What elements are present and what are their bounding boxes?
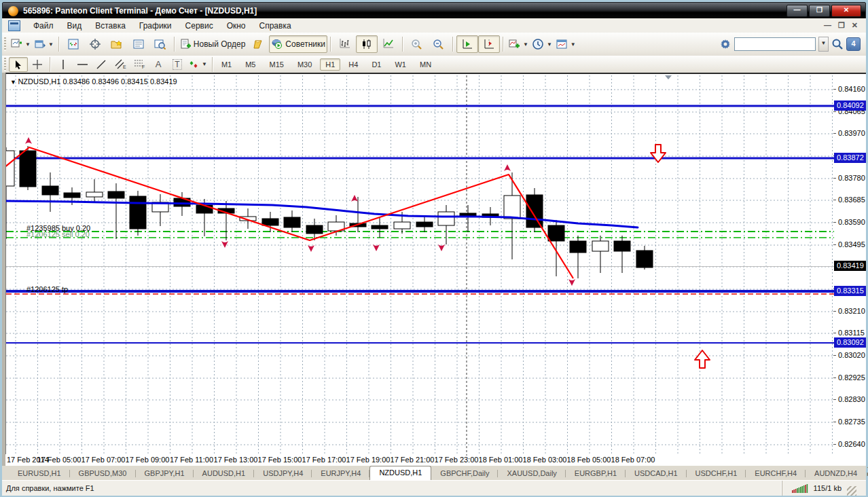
window-controls: — ❐ ✕ [786, 5, 865, 17]
menu-Файл[interactable]: Файл [26, 20, 60, 32]
chart-shift-button[interactable] [478, 35, 500, 53]
templates-button[interactable]: ▼ [554, 35, 578, 53]
timeframe-M5[interactable]: M5 [240, 58, 261, 71]
tab-GBPUSD,M30[interactable]: GBPUSD,M30 [70, 467, 136, 480]
timeframe-MN[interactable]: MN [414, 58, 437, 71]
line-chart-button[interactable] [378, 35, 399, 53]
time-label: 17 Feb 17:00 [302, 456, 346, 464]
zoom-in-button[interactable] [406, 35, 428, 53]
tab-XAUUSD,Daily[interactable]: XAUUSD,Daily [498, 467, 565, 480]
tab-EURGBP,H1[interactable]: EURGBP,H1 [566, 467, 626, 480]
dropdown-arrow-icon: ▼ [25, 41, 31, 48]
new-order-label: Новый Ордер [194, 39, 245, 49]
toolbar-separator [174, 37, 175, 52]
community-badge[interactable]: 4 [846, 37, 861, 51]
zoom-out-button[interactable] [428, 35, 450, 53]
dropdown-arrow-icon: ▼ [48, 41, 54, 48]
title-bar[interactable]: 565896: Panteon Client Terminal - Демо С… [2, 2, 866, 20]
horizontal-line-tool-button[interactable] [73, 57, 92, 72]
data-window-button[interactable] [84, 35, 106, 53]
expert-advisors-button[interactable]: Советники [269, 35, 327, 53]
mdi-close-button[interactable]: ✕ [852, 21, 858, 30]
menu-Окно[interactable]: Окно [220, 20, 253, 32]
chart-collapse-icon[interactable]: ▼ [10, 79, 18, 86]
menu-Справка[interactable]: Справка [253, 20, 298, 32]
text-tool-button[interactable]: A [149, 57, 168, 72]
tab-USDCHF,H1[interactable]: USDCHF,H1 [687, 467, 746, 480]
time-axis[interactable]: 17 Feb 201417 Feb 05:0017 Feb 07:0017 Fe… [5, 454, 833, 466]
vertical-line-tool-button[interactable] [54, 57, 73, 72]
tab-USDCAD,H1[interactable]: USDCAD,H1 [626, 467, 687, 480]
tab-EURUSD,H1[interactable]: EURUSD,H1 [9, 467, 70, 480]
tab-GBPCHF,Daily[interactable]: GBPCHF,Daily [431, 467, 498, 480]
close-button[interactable]: ✕ [831, 5, 861, 17]
periods-button[interactable]: ▼ [530, 35, 554, 53]
price-tick: 0.83495 [833, 240, 865, 248]
tab-EURJPY,H4[interactable]: EURJPY,H4 [312, 467, 369, 480]
strategy-tester-button[interactable] [149, 35, 171, 53]
resize-grip[interactable] [847, 486, 856, 496]
time-label: 18 Feb 07:00 [611, 456, 655, 464]
minimize-button[interactable]: — [786, 5, 808, 17]
status-connection-panel: 115/1 kb [782, 481, 866, 496]
trendline-tool-button[interactable] [92, 57, 111, 72]
bar-chart-button[interactable] [334, 35, 356, 53]
tab-EURCHF,H4[interactable]: EURCHF,H4 [746, 467, 806, 480]
tab-USDJPY,H4[interactable]: USDJPY,H4 [254, 467, 312, 480]
mdi-minimize-button[interactable]: — [824, 21, 831, 30]
toolbar-grip[interactable] [4, 58, 6, 71]
maximize-button[interactable]: ❐ [809, 5, 830, 17]
cursor-tool-button[interactable] [9, 57, 28, 72]
profiles-button[interactable]: ▼ [33, 35, 56, 53]
time-label: 18 Feb 03:00 [523, 456, 567, 464]
price-tick: 0.83590 [833, 218, 865, 226]
arrows-tool-button[interactable]: ▼ [187, 57, 209, 72]
chart-plot-area[interactable]: ▼ NZDUSD,H1 0.83486 0.83496 0.83415 0.83… [5, 73, 834, 456]
tab-NZDUSD,H1[interactable]: NZDUSD,H1 [369, 466, 431, 480]
timeframe-D1[interactable]: D1 [366, 58, 386, 71]
timeframe-M15[interactable]: M15 [264, 58, 289, 71]
tab-GBPJPY,H1[interactable]: GBPJPY,H1 [136, 467, 194, 480]
search-dropdown-button[interactable]: ▼ [818, 37, 829, 52]
market-watch-button[interactable] [62, 35, 84, 53]
time-label: 17 Feb 21:00 [391, 456, 435, 464]
timeframe-W1[interactable]: W1 [389, 58, 412, 71]
toolbar-separator [330, 37, 331, 52]
auto-scroll-button[interactable] [456, 35, 478, 53]
timeframe-H1[interactable]: H1 [320, 58, 340, 71]
search-icon[interactable] [831, 38, 844, 50]
search-input[interactable] [734, 37, 816, 51]
navigator-button[interactable] [106, 35, 128, 53]
status-bar: Для справки, нажмите F1 115/1 kb [2, 480, 866, 496]
timeframe-M1[interactable]: M1 [216, 58, 237, 71]
fibonacci-tool-button[interactable]: F [130, 57, 149, 72]
menu-Вид[interactable]: Вид [60, 20, 89, 32]
timeframe-M30[interactable]: M30 [292, 58, 317, 71]
candlestick-chart-button[interactable] [356, 35, 378, 53]
settings-gear-icon[interactable] [719, 38, 731, 50]
metaeditor-button[interactable] [247, 35, 269, 53]
crosshair-tool-button[interactable] [28, 57, 47, 72]
time-label: 17 Feb 07:00 [82, 456, 126, 464]
menu-Вставка[interactable]: Вставка [88, 20, 132, 32]
time-label: 17 Feb 11:00 [170, 456, 213, 464]
price-scale[interactable]: 0.841600.840650.839700.838750.837800.836… [833, 73, 866, 467]
window-title: 565896: Panteon Client Terminal - Демо С… [23, 6, 257, 16]
text-label-tool-button[interactable]: T [168, 57, 187, 72]
experts-label: Советники [285, 39, 325, 49]
tab-AUDUSD,H1[interactable]: AUDUSD,H1 [194, 467, 255, 480]
equidistant-channel-tool-button[interactable]: E [111, 57, 130, 72]
terminal-button[interactable] [128, 35, 149, 53]
mdi-restore-button[interactable]: ❐ [838, 21, 845, 30]
status-help-text: Для справки, нажмите F1 [2, 484, 782, 492]
menu-Сервис[interactable]: Сервис [179, 20, 220, 32]
indicators-button[interactable]: ▼ [507, 35, 530, 53]
tab-AUDNZD,H4[interactable]: AUDNZD,H4 [806, 467, 866, 480]
new-order-button[interactable]: Новый Ордер [178, 35, 247, 53]
toolbar-grip[interactable] [4, 37, 6, 51]
new-chart-button[interactable]: ▼ [9, 35, 33, 53]
standard-toolbar: ▼ ▼ Новый Ордер Советники [2, 33, 866, 56]
menu-Графики[interactable]: Графики [132, 20, 179, 32]
toolbar-separator [452, 37, 454, 52]
timeframe-H4[interactable]: H4 [343, 58, 363, 71]
